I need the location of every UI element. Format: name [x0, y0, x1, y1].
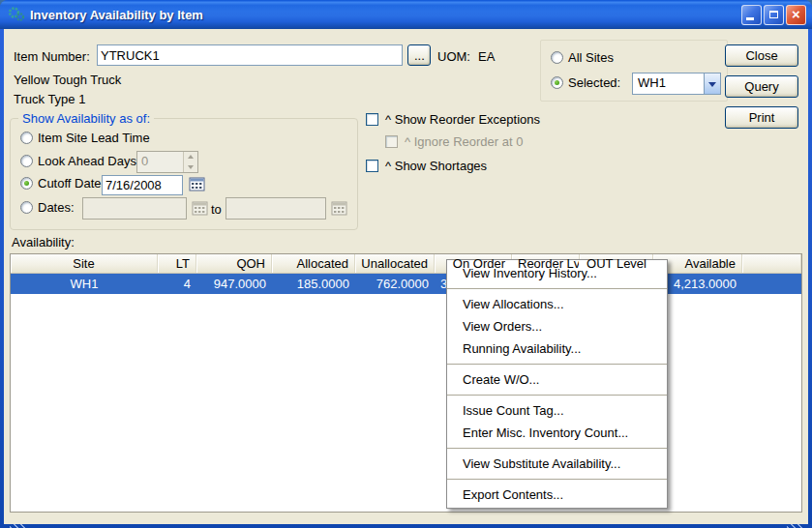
- item-browse-button[interactable]: ...: [407, 44, 431, 66]
- cell-qoh: 947.0000: [196, 274, 272, 294]
- dates-label: Dates:: [38, 200, 75, 215]
- uom-value: EA: [478, 49, 495, 64]
- cell-allocated: 185.0000: [272, 274, 355, 294]
- look-ahead-days-value: 0: [137, 152, 183, 172]
- selected-label: Selected:: [568, 75, 620, 90]
- availability-label: Availability:: [12, 235, 75, 249]
- close-icon: ×: [792, 7, 800, 21]
- all-sites-radio[interactable]: All Sites: [551, 50, 614, 65]
- column-header-filler: [742, 254, 801, 273]
- show-shortages-label: ^ Show Shortages: [385, 159, 487, 173]
- cutoff-date-calendar-button[interactable]: [186, 174, 206, 195]
- menu-item-issue-count-tag[interactable]: Issue Count Tag...: [447, 399, 667, 422]
- menu-item-view-orders[interactable]: View Orders...: [447, 315, 667, 337]
- menu-separator: [447, 288, 667, 289]
- cutoff-date-label: Cutoff Date:: [38, 176, 105, 191]
- show-shortages-checkbox[interactable]: ^ Show Shortages: [366, 159, 487, 173]
- menu-separator: [447, 448, 667, 449]
- titlebar[interactable]: Inventory Availability by Item ×: [0, 0, 812, 29]
- look-ahead-days-label: Look Ahead Days:: [38, 154, 140, 168]
- radio-icon: [20, 155, 33, 167]
- date-from-calendar-button[interactable]: [189, 198, 209, 220]
- radio-icon: [551, 51, 563, 64]
- date-to-input[interactable]: [226, 197, 326, 220]
- radio-icon: [20, 201, 33, 214]
- column-header-unallocated[interactable]: Unallocated: [355, 254, 435, 273]
- window-controls: ×: [741, 5, 806, 25]
- checkbox-icon: [366, 113, 378, 126]
- menu-item-create-wo[interactable]: Create W/O...: [447, 368, 667, 391]
- all-sites-label: All Sites: [568, 50, 614, 65]
- show-availability-group-title: Show Availability as of:: [18, 111, 154, 126]
- column-header-reorder-lvl[interactable]: Reorder Lvl: [512, 254, 580, 273]
- spin-down-icon[interactable]: [184, 162, 197, 173]
- app-gears-icon[interactable]: [8, 6, 25, 23]
- resize-grip-left[interactable]: [10, 524, 25, 528]
- ignore-reorder-checkbox[interactable]: ^ Ignore Reorder at 0: [385, 134, 523, 149]
- column-header-out-level[interactable]: OUT Level: [580, 254, 653, 273]
- item-description-2: Truck Type 1: [14, 92, 85, 106]
- menu-separator: [447, 395, 667, 396]
- item-site-lead-time-label: Item Site Lead Time: [38, 131, 150, 145]
- minimize-button[interactable]: [741, 5, 762, 25]
- close-window-button[interactable]: ×: [786, 5, 806, 25]
- cell-unallocated: 762.0000: [355, 274, 435, 294]
- date-to-calendar-button[interactable]: [328, 198, 348, 220]
- checkbox-disabled-icon: [385, 135, 398, 148]
- item-number-input[interactable]: [97, 44, 403, 66]
- item-site-lead-time-radio[interactable]: Item Site Lead Time: [20, 131, 150, 145]
- show-reorder-exceptions-checkbox[interactable]: ^ Show Reorder Exceptions: [366, 112, 540, 127]
- combobox-dropdown-icon[interactable]: [704, 73, 720, 94]
- table-header: Site LT QOH Allocated Unallocated On Ord…: [11, 254, 801, 274]
- checkbox-icon: [366, 160, 378, 172]
- show-availability-group: Show Availability as of: Item Site Lead …: [10, 118, 358, 230]
- item-number-label: Item Number:: [14, 49, 90, 64]
- ignore-reorder-label: ^ Ignore Reorder at 0: [405, 134, 523, 149]
- resize-grip-right[interactable]: [787, 524, 802, 528]
- minimize-icon: [746, 17, 754, 20]
- menu-item-running-availability[interactable]: Running Availability...: [447, 337, 667, 360]
- menu-item-enter-misc-inventory-count[interactable]: Enter Misc. Inventory Count...: [447, 422, 667, 444]
- query-button[interactable]: Query: [725, 75, 798, 98]
- look-ahead-days-radio[interactable]: Look Ahead Days:: [20, 154, 140, 168]
- sites-group: All Sites Selected: WH1: [540, 40, 728, 102]
- column-header-allocated[interactable]: Allocated: [272, 254, 355, 273]
- maximize-icon: [769, 11, 778, 18]
- table-row-wh1[interactable]: WH1 4 947.0000 185.0000 762.0000 3, 4,21…: [11, 274, 801, 294]
- menu-separator: [447, 364, 667, 365]
- dates-to-label: to: [211, 202, 222, 217]
- site-combobox-value: WH1: [633, 73, 704, 94]
- radio-checked-icon: [551, 76, 563, 89]
- uom-label: UOM:: [437, 49, 470, 64]
- maximize-button[interactable]: [764, 5, 784, 25]
- dialog-content: Item Number: ... UOM: EA Yellow Tough Tr…: [4, 29, 808, 524]
- cutoff-date-radio[interactable]: Cutoff Date:: [20, 176, 105, 191]
- column-header-site[interactable]: Site: [11, 254, 158, 273]
- item-description-1: Yellow Tough Truck: [14, 73, 121, 87]
- site-combobox[interactable]: WH1: [632, 73, 721, 95]
- print-button[interactable]: Print: [725, 106, 798, 129]
- radio-checked-icon: [20, 177, 33, 190]
- column-header-lt[interactable]: LT: [158, 254, 196, 273]
- menu-item-view-allocations[interactable]: View Allocations...: [447, 293, 667, 315]
- inventory-availability-window: Inventory Availability by Item × Item Nu…: [0, 0, 812, 528]
- cutoff-date-input[interactable]: [102, 175, 183, 195]
- radio-icon: [20, 132, 33, 144]
- availability-table: Site LT QOH Allocated Unallocated On Ord…: [10, 253, 802, 513]
- show-reorder-exceptions-label: ^ Show Reorder Exceptions: [385, 112, 540, 127]
- dates-radio[interactable]: Dates:: [20, 200, 75, 215]
- date-from-input[interactable]: [82, 197, 187, 220]
- menu-item-view-substitute-availability[interactable]: View Substitute Availability...: [447, 453, 667, 475]
- context-menu: View Inventory History... View Allocatio…: [446, 259, 668, 509]
- cell-lt: 4: [158, 274, 196, 294]
- cell-site: WH1: [11, 274, 158, 294]
- menu-item-export-contents[interactable]: Export Contents...: [447, 484, 667, 506]
- table-empty-area: [11, 294, 801, 512]
- close-button[interactable]: Close: [725, 44, 798, 67]
- spin-up-icon[interactable]: [184, 152, 197, 162]
- window-title: Inventory Availability by Item: [30, 8, 741, 22]
- column-header-qoh[interactable]: QOH: [196, 254, 272, 273]
- look-ahead-days-spinner[interactable]: 0: [136, 151, 198, 173]
- selected-site-radio[interactable]: Selected:: [551, 75, 620, 90]
- menu-separator: [447, 479, 667, 480]
